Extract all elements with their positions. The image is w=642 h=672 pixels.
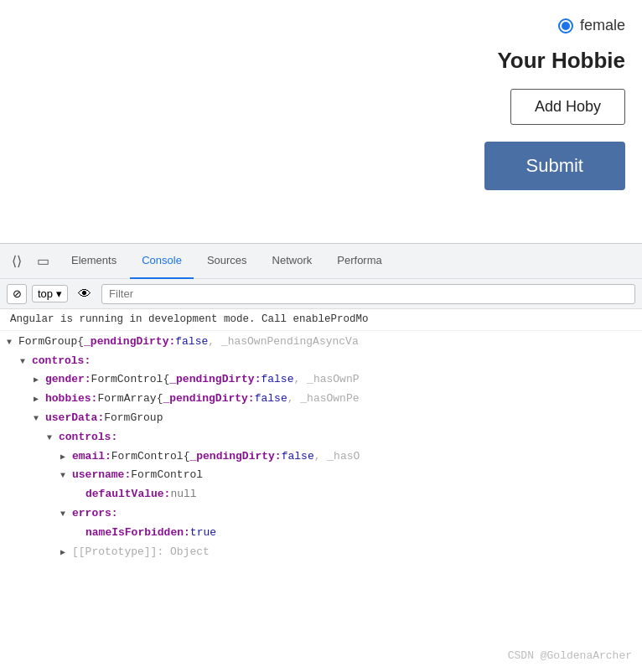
eye-icon: 👁 [78, 287, 91, 302]
tree-defaultvalue: defaultValue: null [0, 485, 642, 504]
tree-view: ▼ FormGroup { _pendingDirty: false , _ha… [0, 331, 642, 564]
tab-performance[interactable]: Performa [325, 244, 393, 279]
toggle-username[interactable]: ▼ [60, 469, 70, 483]
tree-errors: ▼ errors: [0, 504, 642, 524]
tab-network[interactable]: Network [261, 244, 324, 279]
console-output: Angular is running in development mode. … [0, 309, 642, 331]
toggle-prototype[interactable]: ▶ [60, 546, 70, 560]
tree-email: ▶ email: FormControl { _pendingDirty: fa… [0, 447, 642, 467]
chevron-down-icon: ▾ [56, 287, 62, 300]
female-label: female [580, 17, 625, 34]
toggle-gender[interactable]: ▶ [34, 374, 44, 387]
devtools-tabs-bar: ⟨⟩ ▭ Elements Console Sources Network Pe… [0, 244, 642, 279]
toggle-email[interactable]: ▶ [60, 451, 70, 464]
tree-userdata-controls: ▼ controls: [0, 428, 642, 447]
cursor-icon[interactable]: ⟨⟩ [7, 250, 27, 272]
root-type: FormGroup [18, 333, 77, 351]
toggle-controls[interactable]: ▼ [20, 355, 30, 369]
toggle-hobbies[interactable]: ▶ [34, 393, 44, 406]
radio-inner-dot [562, 22, 570, 30]
device-icon[interactable]: ▭ [32, 250, 54, 272]
tab-elements[interactable]: Elements [60, 244, 128, 279]
angular-log-line: Angular is running in development mode. … [0, 309, 642, 331]
female-radio-button[interactable] [558, 18, 573, 34]
female-radio-group: female [558, 17, 625, 34]
tree-prototype: ▶ [[Prototype]]: Object CSDN @GoldenaArc… [0, 543, 642, 562]
toggle-errors[interactable]: ▼ [60, 508, 70, 521]
toggle-userdata[interactable]: ▼ [34, 412, 44, 426]
submit-button[interactable]: Submit [484, 142, 625, 190]
add-hoby-button[interactable]: Add Hoby [510, 89, 625, 125]
app-section: female Your Hobbie Add Hoby Submit [0, 0, 642, 243]
eye-button[interactable]: 👁 [73, 284, 96, 304]
tree-hobbies: ▶ hobbies: FormArray { _pendingDirty: fa… [0, 390, 642, 409]
devtools-panel: ⟨⟩ ▭ Elements Console Sources Network Pe… [0, 243, 642, 563]
block-icon: ⊘ [13, 287, 22, 300]
devtools-toolbar: ⊘ top ▾ 👁 [0, 279, 642, 309]
tree-username: ▼ username: FormControl [0, 466, 642, 485]
tree-nameisforbidden: nameIsForbidden: true [0, 524, 642, 543]
top-label: top [38, 287, 53, 300]
tab-sources[interactable]: Sources [195, 244, 259, 279]
tree-gender: ▶ gender: FormControl { _pendingDirty: f… [0, 370, 642, 390]
tree-controls: ▼ controls: [0, 352, 642, 371]
tab-console[interactable]: Console [130, 244, 194, 279]
filter-input[interactable] [101, 284, 635, 304]
hobbies-title: Your Hobbie [497, 48, 625, 74]
clear-console-button[interactable]: ⊘ [7, 284, 27, 304]
toggle-userdata-controls[interactable]: ▼ [47, 432, 57, 445]
toggle-root[interactable]: ▼ [7, 336, 17, 349]
context-dropdown[interactable]: top ▾ [32, 285, 68, 302]
tree-userdata: ▼ userData: FormGroup [0, 409, 642, 428]
angular-message: Angular is running in development mode. … [10, 313, 369, 325]
tree-root: ▼ FormGroup { _pendingDirty: false , _ha… [0, 333, 642, 352]
